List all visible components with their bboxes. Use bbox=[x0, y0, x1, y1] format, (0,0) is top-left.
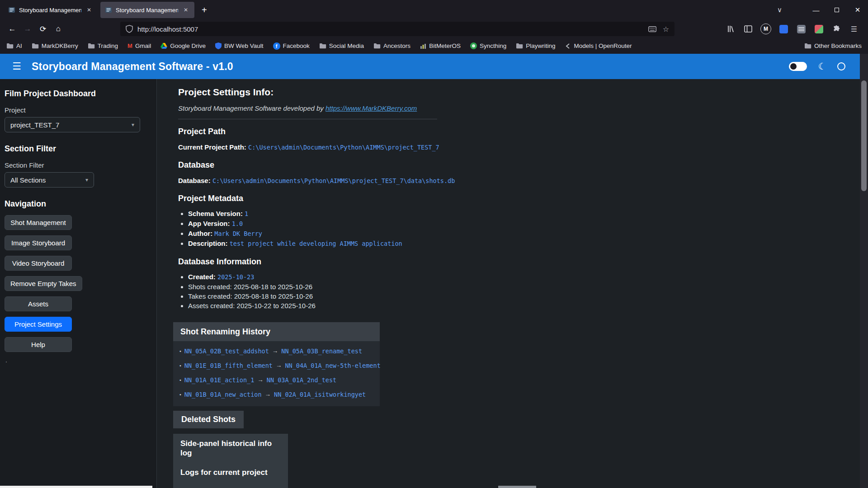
openrouter-icon bbox=[565, 43, 571, 49]
tab-close-icon[interactable]: ✕ bbox=[85, 6, 93, 14]
nav-button-help[interactable]: Help bbox=[5, 337, 72, 352]
log-sections: Side-panel historical info log Logs for … bbox=[173, 434, 288, 488]
project-label: Project bbox=[5, 106, 152, 114]
app-menu-icon[interactable]: ☰ bbox=[847, 22, 861, 36]
web-page: ☰ Storyboard Management Software - v1.0 … bbox=[0, 54, 860, 488]
window-maximize-button[interactable] bbox=[826, 0, 847, 20]
nav-button-image-storyboard[interactable]: Image Storyboard bbox=[5, 235, 72, 250]
list-item: App Version: 1.0 bbox=[188, 219, 860, 229]
url-bar[interactable]: http://localhost:5007 ☆ bbox=[120, 22, 675, 36]
tab-title: Storyboard Management Softw bbox=[116, 7, 178, 14]
browser-toolbar: ← → ⟳ ⌂ http://localhost:5007 ☆ M bbox=[0, 20, 868, 38]
sidebar-footnote: . bbox=[5, 357, 152, 364]
extension-icon-1[interactable] bbox=[777, 22, 790, 36]
profile-avatar-icon[interactable]: M bbox=[759, 22, 773, 36]
shot-renaming-history-card: Shot Renaming History • NN_05A_02B_test_… bbox=[173, 322, 380, 406]
horizontal-scrollbar-thumb[interactable] bbox=[498, 486, 536, 488]
bookmark-star-icon[interactable]: ☆ bbox=[663, 25, 669, 33]
nav-button-video-storyboard[interactable]: Video Storyboard bbox=[5, 256, 72, 271]
section-heading-project-path: Project Path bbox=[178, 127, 860, 136]
rename-row: • NN_05A_02B_test_addshot → NN_05A_03B_r… bbox=[179, 344, 373, 358]
project-path-line: Current Project Path: C:\Users\admin\Doc… bbox=[178, 143, 860, 152]
tab-close-icon[interactable]: ✕ bbox=[182, 6, 190, 14]
sidebar-drawer: Film Project Dashboard Project project_T… bbox=[0, 79, 157, 488]
log-section-error-logs[interactable]: Error logs for application bbox=[173, 482, 288, 488]
bookmark-models-openrouter[interactable]: Models | OpenRouter bbox=[565, 42, 632, 49]
navigation-title: Navigation bbox=[5, 199, 152, 209]
arrow-icon: → bbox=[276, 358, 282, 373]
bookmark-folder-ai[interactable]: AI bbox=[6, 42, 22, 49]
developer-link[interactable]: https://www.MarkDKBerry.com bbox=[326, 104, 417, 112]
bookmark-folder-trading[interactable]: Trading bbox=[88, 42, 118, 49]
home-button[interactable]: ⌂ bbox=[51, 22, 66, 36]
bookmark-syncthing[interactable]: Syncthing bbox=[470, 42, 506, 49]
bookmark-folder-social-media[interactable]: Social Media bbox=[319, 42, 364, 49]
bookmark-facebook[interactable]: f Facebook bbox=[273, 42, 310, 50]
arrow-icon: → bbox=[257, 373, 264, 387]
browser-tab-2-active[interactable]: Storyboard Management Softw ✕ bbox=[100, 2, 194, 18]
bookmark-folder-markdkberry[interactable]: MarkDKBerry bbox=[32, 42, 78, 49]
log-section-side-panel[interactable]: Side-panel historical info log bbox=[173, 434, 288, 463]
bookmark-bw-web-vault[interactable]: BW Web Vault bbox=[215, 42, 264, 49]
browser-tab-1[interactable]: Storyboard Management Softw ✕ bbox=[4, 2, 98, 18]
app-title: Storyboard Management Software - v1.0 bbox=[32, 61, 233, 73]
list-item: Author: Mark DK Berry bbox=[188, 229, 860, 239]
sidebar-toggle-icon[interactable] bbox=[741, 22, 755, 36]
bookmark-gmail[interactable]: M Gmail bbox=[127, 42, 151, 49]
extension-icon-3[interactable] bbox=[812, 22, 826, 36]
project-select[interactable]: project_TEST_7 ▾ bbox=[5, 117, 140, 132]
rename-row: • NN_01A_01E_action_1 → NN_03A_01A_2nd_t… bbox=[179, 373, 373, 387]
window-minimize-button[interactable]: — bbox=[806, 0, 826, 20]
log-section-current-project[interactable]: Logs for current project bbox=[173, 463, 288, 482]
new-tab-button[interactable]: + bbox=[197, 4, 212, 16]
back-button[interactable]: ← bbox=[5, 22, 20, 36]
extensions-puzzle-icon[interactable] bbox=[830, 22, 843, 36]
scrollbar-thumb[interactable] bbox=[861, 80, 867, 191]
arrow-icon: → bbox=[265, 387, 271, 402]
rename-from: NN_05A_02B_test_addshot bbox=[184, 344, 269, 358]
vertical-scrollbar[interactable] bbox=[860, 54, 868, 488]
other-bookmarks-folder[interactable]: Other Bookmarks bbox=[804, 42, 862, 49]
list-all-tabs-icon[interactable]: ∨ bbox=[772, 4, 788, 16]
theme-toggle-switch[interactable] bbox=[789, 62, 807, 71]
tracking-shield-icon[interactable] bbox=[126, 25, 133, 33]
translate-icon[interactable] bbox=[648, 26, 656, 32]
rename-to: NN_02A_01A_isitworkingyet bbox=[274, 387, 366, 402]
library-icon[interactable] bbox=[724, 22, 737, 36]
bookmark-folder-ancestors[interactable]: Ancestors bbox=[373, 42, 410, 49]
chevron-down-icon: ▾ bbox=[132, 122, 134, 128]
url-text[interactable]: http://localhost:5007 bbox=[137, 25, 644, 33]
list-item: Created: 2025-10-23 bbox=[188, 272, 860, 282]
nav-button-assets[interactable]: Assets bbox=[5, 296, 72, 311]
chevron-down-icon: ▾ bbox=[85, 177, 88, 183]
rename-to: NN_04A_01A_new-5th-element bbox=[285, 358, 380, 373]
extension-icon-2[interactable] bbox=[794, 22, 808, 36]
rename-from: NN_01A_01E_action_1 bbox=[184, 373, 254, 387]
rename-from: NN_01E_01B_fifth_element bbox=[184, 358, 273, 373]
auto-theme-circle-icon[interactable] bbox=[837, 62, 845, 70]
bookmark-folder-playwriting[interactable]: Playwriting bbox=[516, 42, 555, 49]
list-item: Assets created: 2025-10-22 to 2025-10-26 bbox=[188, 301, 860, 310]
syncthing-icon bbox=[470, 42, 477, 49]
rename-to: NN_03A_01A_2nd_test bbox=[267, 373, 336, 387]
nav-button-project-settings[interactable]: Project Settings bbox=[5, 317, 72, 332]
reload-button[interactable]: ⟳ bbox=[35, 22, 51, 36]
forward-button[interactable]: → bbox=[20, 22, 35, 36]
deleted-shots-header[interactable]: Deleted Shots bbox=[173, 411, 244, 428]
section-filter-label: Section Filter bbox=[5, 161, 152, 169]
main-content: Project Settings Info: Storyboard Manage… bbox=[157, 79, 860, 488]
window-close-button[interactable]: ✕ bbox=[847, 0, 868, 20]
dark-mode-moon-icon[interactable]: ☾ bbox=[818, 61, 826, 72]
section-filter-select[interactable]: All Sections ▾ bbox=[5, 172, 94, 188]
database-path-line: Database: C:\Users\admin\Documents\Pytho… bbox=[178, 176, 860, 185]
nav-button-remove-empty-takes[interactable]: Remove Empty Takes bbox=[5, 276, 82, 291]
bitwarden-shield-icon bbox=[215, 42, 222, 49]
hamburger-menu-icon[interactable]: ☰ bbox=[8, 58, 25, 75]
rename-row: • NN_01E_01B_fifth_element → NN_04A_01A_… bbox=[179, 358, 373, 373]
bookmark-bitmeteros[interactable]: BitMeterOS bbox=[420, 42, 461, 49]
nav-button-shot-management[interactable]: Shot Management bbox=[5, 215, 72, 230]
credit-line: Storyboard Management Software developed… bbox=[178, 104, 860, 113]
tab-strip: Storyboard Management Softw ✕ Storyboard… bbox=[0, 0, 868, 20]
bookmark-google-drive[interactable]: Google Drive bbox=[160, 42, 206, 49]
gmail-icon: M bbox=[127, 42, 132, 49]
